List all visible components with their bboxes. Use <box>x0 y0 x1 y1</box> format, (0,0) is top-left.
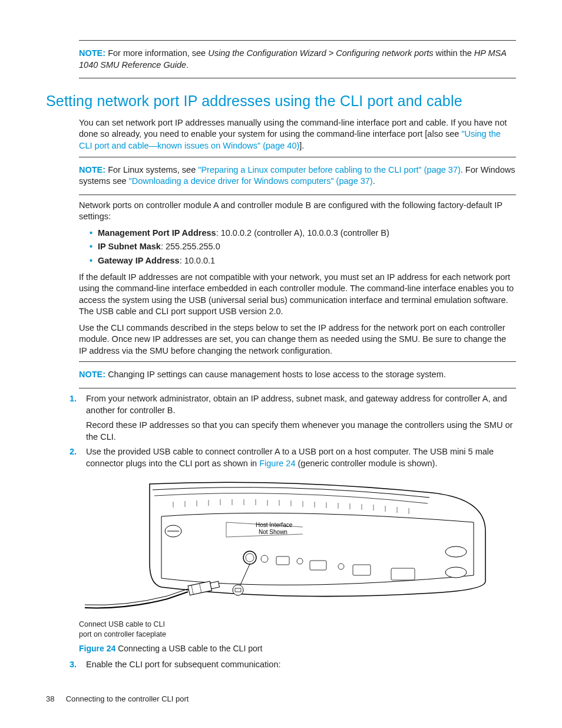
svg-point-33 <box>338 564 344 569</box>
steps-list: From your network administrator, obtain … <box>70 393 516 469</box>
intro-text: You can set network port IP addresses ma… <box>79 118 507 139</box>
note-text: . <box>186 60 189 70</box>
intro-paragraph: You can set network port IP addresses ma… <box>79 117 516 152</box>
step-3: Enable the CLI port for subsequent commu… <box>70 659 516 671</box>
step-text-end: (generic controller module is shown). <box>295 459 437 468</box>
diagram-label-host: Host Interface <box>256 522 293 528</box>
note-text: For Linux systems, see <box>108 165 198 174</box>
defaults-list: Management Port IP Address: 10.0.0.2 (co… <box>79 228 516 267</box>
diagram-caption-line2: port on controller faceplate <box>79 630 166 638</box>
rule <box>79 195 516 195</box>
svg-rect-40 <box>210 581 220 589</box>
link-windows-driver[interactable]: "Downloading a device driver for Windows… <box>129 176 373 186</box>
note-2: NOTE: For Linux systems, see "Preparing … <box>79 162 516 190</box>
svg-point-24 <box>445 567 467 578</box>
note-1: NOTE: For more information, see Using th… <box>79 45 516 73</box>
step-1: From your network administrator, obtain … <box>70 393 516 443</box>
diagram-label-notshown: Not Shown <box>259 529 287 535</box>
svg-rect-34 <box>353 565 371 575</box>
diagram-caption-line1: Connect USB cable to CLI <box>79 620 165 628</box>
bullet-gateway: Gateway IP Address: 10.0.0.1 <box>90 255 516 267</box>
note-text: within the <box>433 48 474 58</box>
page-number: 38 <box>46 694 64 704</box>
footer-title: Connecting to the controller CLI port <box>66 694 189 703</box>
note-text: Changing IP settings can cause managemen… <box>108 370 446 379</box>
svg-point-38 <box>233 585 243 595</box>
bullet-subnet: IP Subnet Mask: 255.255.255.0 <box>90 241 516 253</box>
svg-rect-32 <box>310 561 326 570</box>
figure-label: Figure 24 <box>79 644 115 653</box>
bullet-label: Management Port IP Address <box>98 228 216 238</box>
rule-bottom <box>79 78 516 78</box>
figure-text: Connecting a USB cable to the CLI port <box>115 644 262 653</box>
step-2: Use the provided USB cable to connect co… <box>70 446 516 469</box>
intro-text-end: ]. <box>299 141 304 150</box>
note-label: NOTE: <box>79 370 105 379</box>
steps-list-cont: Enable the CLI port for subsequent commu… <box>70 659 516 671</box>
page-footer: 38 Connecting to the controller CLI port <box>46 694 516 704</box>
rule <box>79 361 516 362</box>
svg-point-23 <box>445 546 467 557</box>
step-text: From your network administrator, obtain … <box>86 394 507 415</box>
figure-caption: Figure 24 Connecting a USB cable to the … <box>79 643 516 654</box>
bullet-label: IP Subnet Mask <box>98 242 161 251</box>
bullet-value: : 10.0.0.2 (controller A), 10.0.0.3 (con… <box>216 228 389 238</box>
note-text: For more information, see <box>108 48 208 58</box>
para-incompatible: If the default IP addresses are not comp… <box>79 272 516 318</box>
controller-diagram-svg: Host Interface Not Shown <box>79 475 491 614</box>
rule-top <box>79 40 516 41</box>
diagram-caption: Connect USB cable to CLI port on control… <box>79 620 516 640</box>
rule <box>79 388 516 388</box>
note-text: . <box>373 176 375 186</box>
svg-rect-35 <box>391 568 415 580</box>
step-text: Enable the CLI port for subsequent commu… <box>86 660 280 669</box>
note-label: NOTE: <box>79 165 105 174</box>
step-subtext: Record these IP addresses so that you ca… <box>86 420 516 443</box>
svg-point-31 <box>297 558 303 564</box>
rule <box>79 157 516 157</box>
bullet-value: : 10.0.0.1 <box>180 256 215 265</box>
note-3: NOTE: Changing IP settings can cause man… <box>79 367 516 383</box>
link-figure-24[interactable]: Figure 24 <box>259 459 295 468</box>
note-label: NOTE: <box>79 48 105 58</box>
figure-diagram: Host Interface Not Shown <box>79 475 516 617</box>
svg-point-29 <box>261 555 268 562</box>
bullet-label: Gateway IP Address <box>98 256 180 265</box>
svg-rect-30 <box>276 556 289 565</box>
bullet-mgmt-ip: Management Port IP Address: 10.0.0.2 (co… <box>90 228 516 239</box>
bullet-value: : 255.255.255.0 <box>161 242 220 251</box>
defaults-intro: Network ports on controller module A and… <box>79 200 516 223</box>
note-text-italic: Using the Configuration Wizard > Configu… <box>208 48 433 58</box>
section-heading: Setting network port IP addresses using … <box>46 91 516 111</box>
para-cli-commands: Use the CLI commands described in the st… <box>79 322 516 357</box>
svg-point-28 <box>246 554 254 562</box>
link-linux-prep[interactable]: "Preparing a Linux computer before cabli… <box>198 165 461 174</box>
